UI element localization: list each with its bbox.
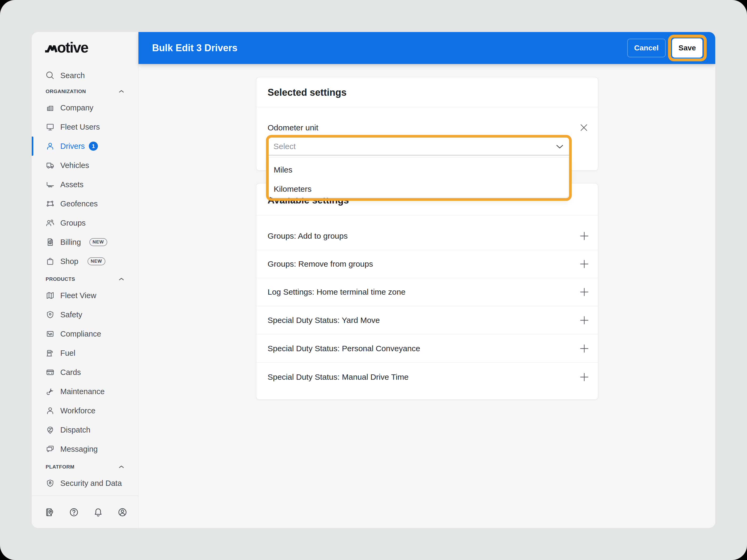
svg-text:otive: otive: [57, 41, 88, 53]
